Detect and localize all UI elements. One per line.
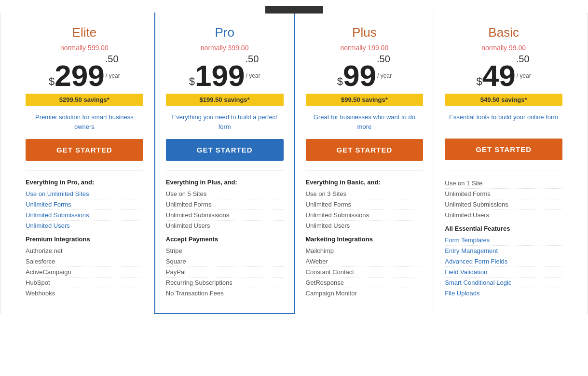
feature-item[interactable]: File Uploads (445, 288, 562, 298)
feature-heading-pro-0: Everything in Plus, and: (166, 179, 284, 186)
best-deal-badge (265, 6, 323, 14)
savings-badge-pro: $199.50 savings* (166, 94, 284, 106)
normal-price-elite: normally 599.00 (26, 44, 143, 52)
plan-card-basic: Basicnormally 99.00$49.50/ year$49.50 sa… (434, 13, 573, 314)
feature-item[interactable]: Advanced Form Fields (445, 256, 562, 267)
plan-desc-pro: Everything you need to build a perfect f… (166, 112, 284, 131)
feature-item: Authorize.net (26, 246, 143, 256)
plan-divider-elite (26, 170, 143, 171)
feature-item: Salesforce (26, 256, 143, 267)
price-year-pro: / year (246, 72, 260, 79)
price-main-basic: 49 (482, 61, 516, 91)
plan-desc-basic: Essential tools to build your online for… (445, 112, 562, 131)
feature-item[interactable]: Field Validation (445, 267, 562, 278)
feature-item: Unlimited Users (306, 221, 424, 231)
pricing-wrapper: Elitenormally 599.00$299.50/ year$299.50… (0, 0, 588, 314)
feature-item: Unlimited Forms (306, 199, 424, 210)
feature-heading-plus-1: Marketing Integrations (306, 236, 424, 243)
price-year-elite: / year (106, 72, 120, 79)
price-row-elite: $299.50/ year (26, 54, 143, 91)
features-section-basic-0: Use on 1 SiteUnlimited FormsUnlimited Su… (445, 178, 562, 220)
price-cents-elite: .50 (105, 54, 119, 65)
feature-item: Unlimited Users (445, 210, 562, 220)
feature-item: Unlimited Submissions (445, 199, 562, 210)
feature-heading-elite-1: Premium Integrations (26, 236, 143, 243)
price-cents-basic: .50 (516, 54, 530, 65)
features-section-plus-1: Marketing IntegrationsMailchimpAWeberCon… (306, 236, 424, 298)
feature-item: Unlimited Forms (445, 189, 562, 199)
feature-item: Mailchimp (306, 246, 424, 256)
feature-item: Unlimited Forms (166, 199, 284, 210)
feature-item: AWeber (306, 256, 424, 267)
feature-item: Recurring Subscriptions (166, 278, 284, 288)
price-main-plus: 99 (343, 61, 376, 91)
savings-badge-elite: $299.50 savings* (26, 94, 143, 106)
price-dollar-basic: $ (477, 76, 482, 87)
price-year-plus: / year (377, 72, 392, 79)
feature-item: Use on 3 Sites (306, 189, 424, 199)
plan-card-plus: Plusnormally 199.00$99.50/ year$99.50 sa… (295, 13, 435, 314)
price-row-plus: $99.50/ year (306, 54, 424, 91)
price-main-elite: 299 (55, 61, 104, 91)
feature-item: Campaign Monitor (306, 288, 424, 298)
get-started-btn-basic[interactable]: GET STARTED (445, 139, 562, 160)
get-started-btn-pro[interactable]: GET STARTED (166, 139, 284, 161)
savings-badge-plus: $99.50 savings* (306, 94, 424, 106)
normal-price-plus: normally 199.00 (306, 44, 424, 52)
plan-desc-elite: Premier solution for smart business owne… (26, 112, 143, 131)
feature-item[interactable]: Use on Unlimited Sites (26, 189, 143, 199)
plan-desc-plus: Great for businesses who want to do more (306, 112, 424, 131)
feature-item[interactable]: Form Templates (445, 235, 562, 246)
price-cents-plus: .50 (377, 54, 390, 65)
feature-item: Use on 5 Sites (166, 189, 284, 199)
price-dollar-plus: $ (337, 76, 343, 87)
plan-card-pro: Pronormally 399.00$199.50/ year$199.50 s… (154, 13, 295, 314)
plan-name-basic: Basic (445, 25, 562, 40)
price-row-pro: $199.50/ year (166, 54, 284, 91)
price-year-basic: / year (517, 72, 531, 79)
feature-item: Unlimited Users (166, 221, 284, 231)
features-section-basic-1: All Essential FeaturesForm TemplatesEntr… (445, 225, 562, 298)
price-main-pro: 199 (195, 61, 245, 91)
features-section-pro-1: Accept PaymentsStripeSquarePayPalRecurri… (166, 236, 284, 298)
feature-item[interactable]: Unlimited Forms (26, 199, 143, 210)
feature-item: Constant Contact (306, 267, 424, 278)
feature-heading-basic-1: All Essential Features (445, 225, 562, 232)
feature-item: Unlimited Submissions (306, 210, 424, 221)
features-section-pro-0: Everything in Plus, and:Use on 5 SitesUn… (166, 179, 284, 231)
feature-item: Use on 1 Site (445, 178, 562, 189)
feature-item[interactable]: Unlimited Users (26, 221, 143, 231)
feature-item: ActiveCampaign (26, 267, 143, 278)
features-section-plus-0: Everything in Basic, and:Use on 3 SitesU… (306, 179, 424, 231)
plan-card-elite: Elitenormally 599.00$299.50/ year$299.50… (15, 13, 154, 314)
feature-item[interactable]: Unlimited Submissions (26, 210, 143, 221)
feature-item: Square (166, 256, 284, 267)
feature-heading-plus-0: Everything in Basic, and: (306, 179, 424, 186)
features-section-elite-0: Everything in Pro, and:Use on Unlimited … (26, 179, 143, 231)
savings-badge-basic: $49.50 savings* (445, 94, 562, 106)
feature-item: Stripe (166, 246, 284, 256)
get-started-btn-elite[interactable]: GET STARTED (26, 139, 143, 161)
plans-container: Elitenormally 599.00$299.50/ year$299.50… (0, 13, 588, 314)
feature-item[interactable]: Smart Conditional Logic (445, 278, 562, 288)
price-dollar-pro: $ (189, 76, 195, 87)
feature-heading-pro-1: Accept Payments (166, 236, 284, 243)
normal-price-pro: normally 399.00 (166, 44, 284, 52)
feature-item[interactable]: Entry Management (445, 246, 562, 256)
feature-item: PayPal (166, 267, 284, 278)
plan-name-elite: Elite (26, 25, 143, 40)
get-started-btn-plus[interactable]: GET STARTED (306, 139, 424, 161)
feature-item: HubSpot (26, 278, 143, 288)
normal-price-basic: normally 99.00 (445, 44, 562, 52)
feature-item: Unlimited Submissions (166, 210, 284, 221)
plan-name-plus: Plus (306, 25, 424, 40)
plan-name-pro: Pro (166, 25, 284, 40)
feature-item: Webhooks (26, 288, 143, 298)
feature-heading-elite-0: Everything in Pro, and: (26, 179, 143, 186)
price-row-basic: $49.50/ year (445, 54, 562, 91)
price-dollar-elite: $ (49, 76, 55, 87)
feature-item: GetResponse (306, 278, 424, 288)
plan-divider-pro (166, 170, 284, 171)
features-section-elite-1: Premium IntegrationsAuthorize.netSalesfo… (26, 236, 143, 298)
plan-divider-plus (306, 170, 424, 171)
